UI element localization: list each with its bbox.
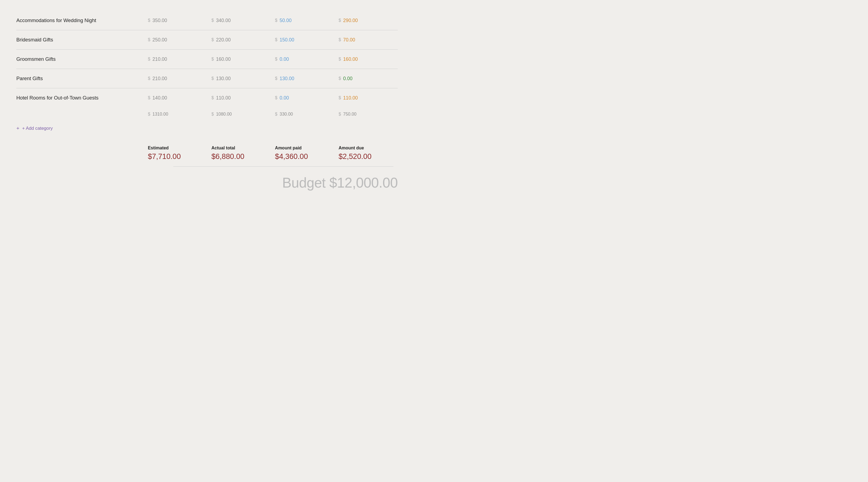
dollar-icon: $: [148, 57, 150, 62]
dollar-icon: $: [275, 18, 277, 23]
dollar-icon: $: [148, 18, 150, 23]
subtotals-paid: $ 330.00: [271, 112, 334, 117]
row-due: $ 0.00: [334, 76, 398, 82]
row-estimated: $ 250.00: [144, 37, 207, 43]
row-name: Groomsmen Gifts: [17, 56, 144, 62]
due-value: 160.00: [343, 56, 358, 62]
subtotals-row: $ 1310.00 $ 1080.00 $ 330.00 $ 750.00: [17, 107, 398, 119]
dollar-icon: $: [211, 18, 214, 23]
row-due: $ 160.00: [334, 56, 398, 62]
dollar-icon: $: [339, 76, 341, 81]
actual-value: $6,880.00: [211, 152, 266, 161]
dollar-icon: $: [275, 112, 277, 117]
actual-value: 110.00: [216, 95, 231, 101]
dollar-icon: $: [275, 57, 277, 62]
paid-value: 150.00: [280, 37, 294, 43]
row-paid: $ 0.00: [271, 56, 334, 62]
row-estimated: $ 210.00: [144, 56, 207, 62]
paid-label: Amount paid: [275, 146, 330, 150]
subtotals-label-empty: [17, 112, 144, 117]
subtotals-actual: $ 1080.00: [207, 112, 271, 117]
due-col: Amount due $2,520.00: [334, 146, 398, 161]
paid-value: 130.00: [280, 76, 294, 82]
row-actual: $ 160.00: [207, 56, 271, 62]
row-estimated: $ 350.00: [144, 18, 207, 24]
estimated-value: 350.00: [153, 18, 167, 24]
dollar-icon: $: [339, 37, 341, 42]
row-paid: $ 130.00: [271, 76, 334, 82]
due-value: 290.00: [343, 18, 358, 24]
budget-section: Budget $12,000.00: [17, 169, 398, 194]
row-actual: $ 130.00: [207, 76, 271, 82]
table-row: Parent Gifts $ 210.00 $ 130.00 $ 130.00 …: [17, 69, 398, 88]
estimated-label: Estimated: [148, 146, 203, 150]
estimated-value: $7,710.00: [148, 152, 203, 161]
table-row: Groomsmen Gifts $ 210.00 $ 160.00 $ 0.00…: [17, 50, 398, 69]
paid-value: 50.00: [280, 18, 291, 24]
actual-value: 130.00: [216, 76, 231, 82]
paid-value: 0.00: [280, 95, 289, 101]
dollar-icon: $: [339, 112, 341, 117]
paid-value: 0.00: [280, 56, 289, 62]
table-row: Bridesmaid Gifts $ 250.00 $ 220.00 $ 150…: [17, 30, 398, 50]
budget-table: Accommodations for Wedding Night $ 350.0…: [17, 11, 398, 194]
estimated-col: Estimated $7,710.00: [144, 146, 207, 161]
dollar-icon: $: [148, 95, 150, 100]
due-value: 70.00: [343, 37, 355, 43]
row-actual: $ 220.00: [207, 37, 271, 43]
row-paid: $ 50.00: [271, 18, 334, 24]
dollar-icon: $: [211, 57, 214, 62]
row-actual: $ 340.00: [207, 18, 271, 24]
due-value: 110.00: [343, 95, 358, 101]
dollar-icon: $: [275, 37, 277, 42]
table-row: Accommodations for Wedding Night $ 350.0…: [17, 11, 398, 30]
budget-label: Budget $12,000.00: [17, 175, 398, 191]
dollar-icon: $: [339, 95, 341, 100]
dollar-icon: $: [148, 37, 150, 42]
estimated-value: 210.00: [153, 56, 167, 62]
estimated-value: 210.00: [153, 76, 167, 82]
row-due: $ 70.00: [334, 37, 398, 43]
subtotals-estimated: $ 1310.00: [144, 112, 207, 117]
row-actual: $ 110.00: [207, 95, 271, 101]
estimated-value: 140.00: [153, 95, 167, 101]
actual-value: 220.00: [216, 37, 231, 43]
row-name: Parent Gifts: [17, 76, 144, 82]
actual-label: Actual total: [211, 146, 266, 150]
actual-value: 160.00: [216, 56, 231, 62]
due-value: 0.00: [343, 76, 352, 82]
due-value: $2,520.00: [339, 152, 394, 161]
paid-value: $4,360.00: [275, 152, 330, 161]
row-paid: $ 0.00: [271, 95, 334, 101]
dollar-icon: $: [339, 18, 341, 23]
plus-icon: +: [17, 125, 19, 132]
actual-col: Actual total $6,880.00: [207, 146, 271, 161]
row-name: Accommodations for Wedding Night: [17, 18, 144, 24]
estimated-value: 250.00: [153, 37, 167, 43]
due-label: Amount due: [339, 146, 394, 150]
paid-col: Amount paid $4,360.00: [271, 146, 334, 161]
dollar-icon: $: [211, 76, 214, 81]
summary-section: Estimated $7,710.00 Actual total $6,880.…: [17, 140, 398, 164]
dollar-icon: $: [339, 57, 341, 62]
row-estimated: $ 140.00: [144, 95, 207, 101]
row-due: $ 110.00: [334, 95, 398, 101]
dollar-icon: $: [211, 95, 214, 100]
subtotals-due: $ 750.00: [334, 112, 398, 117]
summary-divider: [173, 166, 394, 167]
dollar-icon: $: [211, 112, 214, 117]
actual-value: 340.00: [216, 18, 231, 24]
dollar-icon: $: [148, 76, 150, 81]
row-paid: $ 150.00: [271, 37, 334, 43]
add-category-label: + Add category: [22, 126, 53, 131]
dollar-icon: $: [275, 95, 277, 100]
dollar-icon: $: [275, 76, 277, 81]
row-name: Hotel Rooms for Out-of-Town Guests: [17, 95, 144, 101]
add-category-button[interactable]: + + Add category: [17, 119, 398, 140]
dollar-icon: $: [211, 37, 214, 42]
row-name: Bridesmaid Gifts: [17, 37, 144, 43]
row-due: $ 290.00: [334, 18, 398, 24]
row-estimated: $ 210.00: [144, 76, 207, 82]
dollar-icon: $: [148, 112, 150, 117]
table-row: Hotel Rooms for Out-of-Town Guests $ 140…: [17, 88, 398, 107]
